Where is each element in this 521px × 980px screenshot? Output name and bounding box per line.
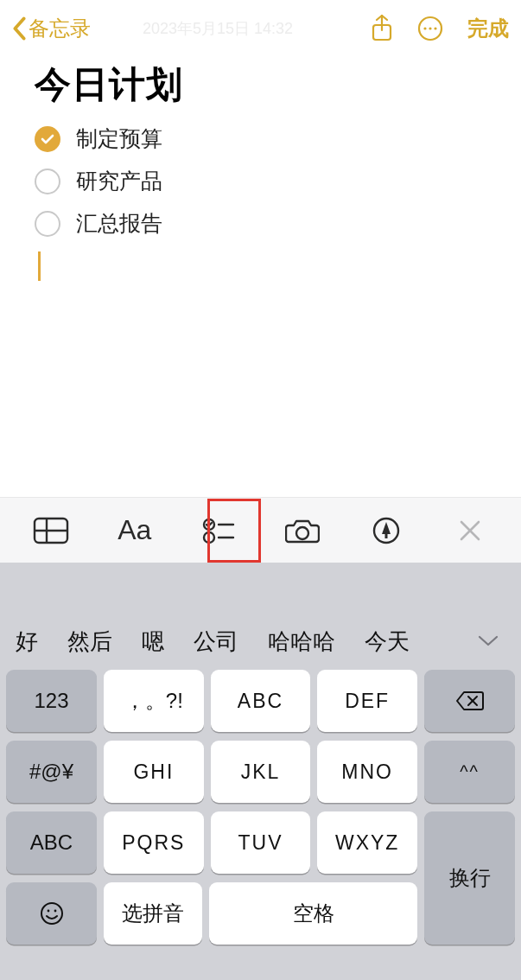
svg-point-19 xyxy=(41,903,62,924)
note-timestamp: 2023年5月15日 14:32 xyxy=(65,18,371,39)
key-123[interactable]: 123 xyxy=(6,670,97,732)
key-jkl[interactable]: JKL xyxy=(211,741,311,803)
svg-rect-14 xyxy=(385,534,388,538)
checklist-item[interactable]: 研究产品 xyxy=(35,167,486,195)
emoji-icon xyxy=(39,900,65,926)
key-wxyz[interactable]: WXYZ xyxy=(317,811,417,874)
checklist-item-text[interactable]: 研究产品 xyxy=(76,167,162,195)
share-icon xyxy=(371,15,393,42)
key-punctuation[interactable]: ，。?! xyxy=(104,670,204,732)
key-space[interactable]: 空格 xyxy=(209,882,417,945)
keyboard: 好然后嗯公司哈哈哈今天 123 ，。?! ABC DEF #@¥ GHI JKL… xyxy=(0,613,521,980)
format-toolbar: Aa xyxy=(0,497,521,563)
key-pqrs[interactable]: PQRS xyxy=(104,811,204,874)
checklist-icon xyxy=(202,517,235,544)
ellipsis-circle-icon xyxy=(417,16,443,41)
candidate-word[interactable]: 好 xyxy=(16,628,38,654)
delete-icon xyxy=(455,690,485,711)
checklist: 制定预算研究产品汇总报告 xyxy=(35,124,486,238)
done-button[interactable]: 完成 xyxy=(467,15,509,42)
nav-bar: 备忘录 2023年5月15日 14:32 完成 xyxy=(0,0,521,57)
key-mno[interactable]: MNO xyxy=(317,741,417,803)
more-button[interactable] xyxy=(417,16,443,41)
checklist-item[interactable]: 汇总报告 xyxy=(35,209,486,238)
text-format-button[interactable]: Aa xyxy=(100,505,169,557)
key-ghi[interactable]: GHI xyxy=(104,741,204,803)
key-mode-abc[interactable]: ABC xyxy=(6,811,97,874)
checklist-item[interactable]: 制定预算 xyxy=(35,124,486,153)
key-return[interactable]: 换行 xyxy=(424,811,515,945)
candidate-word[interactable]: 嗯 xyxy=(142,628,164,654)
key-emoticon[interactable]: ^^ xyxy=(424,741,515,803)
candidate-bar: 好然后嗯公司哈哈哈今天 xyxy=(0,613,521,670)
svg-point-10 xyxy=(204,532,214,543)
checklist-item-text[interactable]: 制定预算 xyxy=(76,124,162,153)
checkbox-empty-icon[interactable] xyxy=(35,211,60,237)
key-symbols[interactable]: #@¥ xyxy=(6,741,97,803)
checklist-item-text[interactable]: 汇总报告 xyxy=(76,209,162,238)
candidate-word[interactable]: 哈哈哈 xyxy=(268,628,335,654)
key-select-pinyin[interactable]: 选拼音 xyxy=(104,882,202,945)
candidate-collapse-button[interactable] xyxy=(462,615,514,667)
svg-point-20 xyxy=(47,910,49,913)
candidate-word[interactable]: 今天 xyxy=(365,628,410,654)
table-button[interactable] xyxy=(16,505,86,557)
svg-point-2 xyxy=(423,27,426,29)
toolbar-shelf xyxy=(0,563,521,613)
note-title[interactable]: 今日计划 xyxy=(35,60,486,109)
checkbox-empty-icon[interactable] xyxy=(35,169,60,194)
chevron-down-icon xyxy=(478,635,499,647)
share-button[interactable] xyxy=(371,15,393,42)
note-body[interactable]: 今日计划 制定预算研究产品汇总报告 xyxy=(0,57,521,281)
camera-button[interactable] xyxy=(268,505,337,557)
key-rows: 123 ，。?! ABC DEF #@¥ GHI JKL MNO ^^ ABC … xyxy=(0,670,521,951)
svg-point-4 xyxy=(434,27,436,29)
markup-button[interactable] xyxy=(352,505,421,557)
key-delete[interactable] xyxy=(424,670,515,732)
markup-icon xyxy=(372,517,400,544)
candidate-word[interactable]: 公司 xyxy=(194,628,238,654)
svg-point-3 xyxy=(429,27,431,29)
key-abc[interactable]: ABC xyxy=(211,670,311,732)
key-emoji[interactable] xyxy=(6,882,97,945)
close-icon xyxy=(459,519,481,542)
text-cursor xyxy=(38,251,41,281)
table-icon xyxy=(33,517,69,544)
svg-point-12 xyxy=(296,527,308,539)
checkbox-checked-icon[interactable] xyxy=(35,126,60,152)
checklist-button[interactable] xyxy=(184,505,253,557)
close-keyboard-button[interactable] xyxy=(435,505,505,557)
candidate-word[interactable]: 然后 xyxy=(67,628,112,654)
chevron-left-icon xyxy=(12,16,27,41)
camera-icon xyxy=(285,517,320,544)
nav-right: 完成 xyxy=(371,15,509,42)
key-tuv[interactable]: TUV xyxy=(211,811,311,874)
svg-point-21 xyxy=(54,910,56,913)
key-def[interactable]: DEF xyxy=(317,670,417,732)
